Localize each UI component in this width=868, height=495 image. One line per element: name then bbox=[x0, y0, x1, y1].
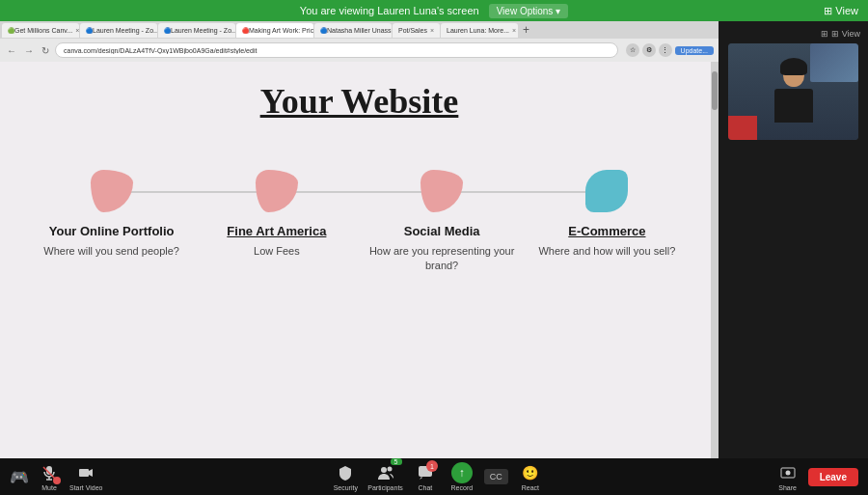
upload-circle: ↑ bbox=[451, 462, 473, 483]
timeline-title-1: Your Online Portfolio bbox=[49, 224, 175, 240]
menu-icon[interactable]: ⋮ bbox=[659, 43, 672, 57]
browser-tab-5[interactable]: 🔵 Natasha Miller Unassis... × bbox=[314, 23, 392, 38]
address-bar[interactable] bbox=[55, 42, 618, 58]
chat-notification-badge: 1 bbox=[426, 460, 438, 472]
scrollbar[interactable] bbox=[711, 62, 719, 464]
cc-button[interactable]: CC bbox=[484, 469, 508, 484]
slide-title: Your Website bbox=[260, 81, 459, 122]
svg-rect-4 bbox=[79, 469, 89, 477]
react-label: React bbox=[522, 484, 539, 491]
refresh-button[interactable]: ↻ bbox=[40, 45, 51, 56]
video-feed bbox=[728, 43, 858, 140]
timeline-subtitle-4: Where and how will you sell? bbox=[538, 244, 675, 259]
browser-tab-1[interactable]: 🟢 Get Millions Canv... × bbox=[2, 23, 79, 38]
red-accent-shape bbox=[728, 116, 757, 140]
scrollbar-thumb bbox=[712, 71, 718, 110]
timeline-item-2: Fine Art America Low Fees bbox=[204, 170, 350, 259]
record-label: Record bbox=[451, 484, 474, 491]
browser-tab-2[interactable]: 🔵 Lauren Meeting - Zo... × bbox=[80, 23, 157, 38]
timeline-title-4: E-Commerce bbox=[568, 224, 645, 240]
svg-point-5 bbox=[381, 467, 387, 473]
view-options-button[interactable]: View Options ▾ bbox=[489, 4, 569, 18]
timeline-item-4: E-Commerce Where and how will you sell? bbox=[534, 170, 680, 259]
controls-right: Share Leave bbox=[773, 462, 858, 491]
viewing-text: You are viewing Lauren Luna's screen bbox=[300, 5, 479, 16]
browser-tab-6[interactable]: Pot/Sales × bbox=[393, 23, 440, 38]
timeline-subtitle-2: Low Fees bbox=[254, 244, 300, 259]
timeline-dot-2 bbox=[256, 170, 298, 212]
record-button[interactable]: ↑ Record bbox=[448, 462, 476, 491]
browser-tab-4-active[interactable]: 🔴 Making Art Work: Pric... × bbox=[236, 23, 313, 38]
timeline-dot-4 bbox=[585, 170, 628, 212]
bg-image bbox=[810, 43, 858, 82]
share-label: Share bbox=[778, 484, 797, 491]
participants-count-badge: 5 bbox=[391, 458, 402, 465]
timeline-title-3: Social Media bbox=[404, 224, 480, 240]
participants-button[interactable]: 5 Participants bbox=[367, 462, 403, 491]
chat-icon: 1 bbox=[415, 462, 436, 483]
view-label: ⊞ ⊞ View bbox=[821, 29, 868, 39]
timeline-item-1: Your Online Portfolio Where will you sen… bbox=[39, 170, 184, 259]
video-label: Start Video bbox=[69, 484, 103, 491]
timeline-container: Your Online Portfolio Where will you sen… bbox=[29, 170, 690, 274]
chat-label: Chat bbox=[418, 484, 432, 491]
svg-point-9 bbox=[785, 471, 790, 476]
browser-tab-7[interactable]: Lauren Luna: More... × bbox=[441, 23, 518, 38]
person-hair bbox=[780, 58, 807, 75]
extension-icon[interactable]: ⚙ bbox=[642, 43, 656, 57]
browser-tabs: 🟢 Get Millions Canv... × 🔵 Lauren Meetin… bbox=[0, 21, 719, 39]
security-label: Security bbox=[334, 484, 358, 491]
svg-point-6 bbox=[387, 467, 392, 472]
timeline-title-2: Fine Art America bbox=[227, 224, 326, 240]
timeline-dot-1 bbox=[91, 170, 133, 212]
chat-button[interactable]: 1 Chat bbox=[411, 462, 440, 491]
timeline-subtitle-3: How are you representing your brand? bbox=[369, 244, 515, 274]
participants-label: Participants bbox=[367, 484, 403, 491]
react-button[interactable]: 🙂 React bbox=[516, 462, 545, 491]
browser-tab-3[interactable]: 🔵 Lauren Meeting - Zo... × bbox=[158, 23, 235, 38]
participants-icon: 5 bbox=[375, 462, 396, 483]
back-button[interactable]: ← bbox=[5, 45, 18, 56]
controls-center: Security 5 Participants bbox=[331, 462, 545, 491]
video-icon bbox=[75, 462, 96, 483]
security-icon bbox=[335, 462, 356, 483]
screen-share-area: 🟢 Get Millions Canv... × 🔵 Lauren Meetin… bbox=[0, 21, 719, 495]
browser-chrome: 🟢 Get Millions Canv... × 🔵 Lauren Meetin… bbox=[0, 21, 719, 62]
timeline-dot-3 bbox=[420, 170, 463, 212]
controls-left: 🎮 Mute Start Video bbox=[10, 462, 103, 491]
video-person bbox=[728, 43, 858, 140]
slide-content: Your Website Your Online Portfolio Where… bbox=[0, 62, 719, 495]
person-body bbox=[774, 89, 813, 123]
browser-actions: ☆ ⚙ ⋮ Update... bbox=[626, 43, 714, 57]
profile-button[interactable]: Update... bbox=[675, 46, 714, 55]
record-icon: ↑ bbox=[451, 462, 473, 483]
razer-logo: 🎮 bbox=[10, 468, 29, 486]
share-icon bbox=[777, 462, 799, 483]
person-head bbox=[783, 62, 804, 87]
share-button[interactable]: Share bbox=[773, 462, 802, 491]
mic-icon bbox=[39, 462, 60, 483]
browser-navigation: ← → ↻ ☆ ⚙ ⋮ Update... bbox=[0, 39, 719, 62]
top-bar: You are viewing Lauren Luna's screen Vie… bbox=[0, 0, 868, 21]
meeting-controls-bar: 🎮 Mute Start Video bbox=[0, 458, 868, 495]
timeline-item-3: Social Media How are you representing yo… bbox=[369, 170, 515, 274]
new-tab-button[interactable]: + bbox=[519, 23, 533, 37]
react-icon: 🙂 bbox=[520, 462, 541, 483]
timeline-subtitle-1: Where will you send people? bbox=[43, 244, 179, 259]
forward-button[interactable]: → bbox=[22, 45, 36, 56]
video-button[interactable]: Start Video bbox=[69, 462, 103, 491]
bookmark-icon[interactable]: ☆ bbox=[626, 43, 639, 57]
mic-label: Mute bbox=[41, 484, 57, 491]
mic-button[interactable]: Mute bbox=[35, 462, 64, 491]
main-layout: 🟢 Get Millions Canv... × 🔵 Lauren Meetin… bbox=[0, 21, 868, 495]
right-sidebar: ⊞ ⊞ View bbox=[719, 21, 868, 495]
leave-button[interactable]: Leave bbox=[808, 468, 858, 486]
view-label: ⊞ View bbox=[824, 5, 858, 17]
security-button[interactable]: Security bbox=[331, 462, 360, 491]
person-figure bbox=[774, 62, 813, 123]
